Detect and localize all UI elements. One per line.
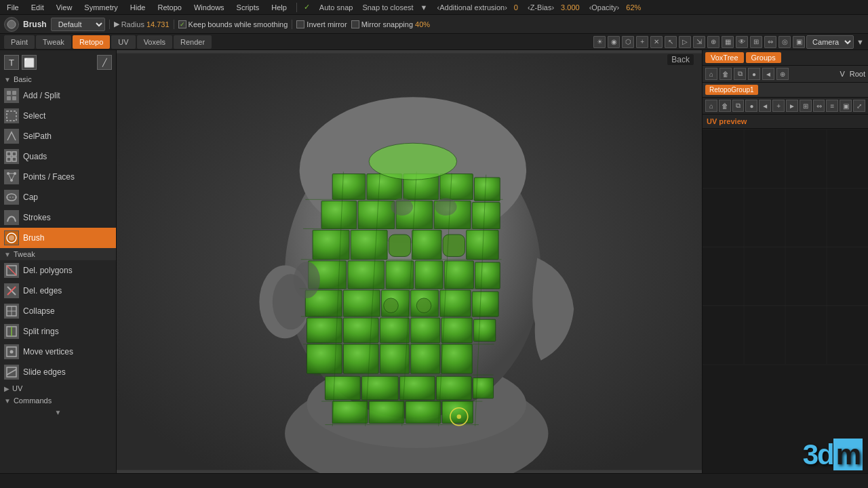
- menu-help[interactable]: Help: [269, 3, 290, 12]
- tool-del-polygons[interactable]: Del. polygons: [0, 260, 116, 281]
- menu-retopo[interactable]: Retopo: [155, 3, 184, 12]
- collapse-label: Collapse: [23, 306, 55, 316]
- menu-edit[interactable]: Edit: [28, 3, 47, 12]
- expand-icon[interactable]: ⇔: [764, 36, 776, 48]
- nav-copy-icon[interactable]: ⧉: [734, 68, 746, 80]
- play-icon[interactable]: ▷: [679, 36, 691, 48]
- tool-slide-edges[interactable]: Slide edges: [0, 362, 116, 382]
- grid2-icon[interactable]: ⊞: [750, 36, 762, 48]
- rt-expand2-icon[interactable]: ⤢: [853, 100, 865, 112]
- svg-rect-46: [358, 201, 395, 228]
- tabs-row: Paint Tweak Retopo UV Voxels Render ☀ ◉ …: [0, 34, 868, 50]
- zoom-icon[interactable]: ⊕: [707, 36, 719, 48]
- tool-add-split[interactable]: Add / Split: [0, 85, 116, 106]
- rt-copy-icon[interactable]: ⧉: [732, 100, 745, 112]
- tab-voxels[interactable]: Voxels: [137, 35, 172, 49]
- light-icon[interactable]: ☀: [593, 36, 606, 48]
- tab-paint[interactable]: Paint: [4, 35, 35, 49]
- voxtree-button[interactable]: VoxTree: [705, 52, 744, 63]
- nav-dot-icon[interactable]: ●: [748, 68, 760, 80]
- autosnap-label[interactable]: Auto snap: [319, 3, 353, 12]
- tab-tweak[interactable]: Tweak: [36, 35, 71, 49]
- menu-view[interactable]: View: [54, 3, 75, 12]
- svg-point-19: [9, 235, 14, 241]
- rt-right-icon[interactable]: ►: [786, 100, 798, 112]
- rt-add-icon[interactable]: +: [772, 100, 785, 112]
- left-panel: T ⬜ ╱ ▼ Basic Add / Split Select: [0, 50, 117, 473]
- menu-file[interactable]: File: [4, 3, 22, 12]
- commands-expand[interactable]: ▼: [0, 407, 116, 418]
- svg-rect-1: [7, 91, 11, 95]
- groups-button[interactable]: Groups: [746, 52, 781, 63]
- cursor-icon[interactable]: ↖: [665, 36, 677, 48]
- tool-cap[interactable]: Cap: [0, 187, 116, 207]
- invert-mirror-check[interactable]: Invert mirror: [296, 20, 347, 28]
- tab-uv[interactable]: UV: [111, 35, 135, 49]
- rt-left-icon[interactable]: ◄: [759, 100, 771, 112]
- svg-rect-82: [442, 401, 473, 423]
- selpath-icon: [4, 129, 19, 144]
- svg-rect-4: [12, 96, 16, 100]
- rt-grid-icon[interactable]: ⊞: [800, 100, 812, 112]
- nav-merge-icon[interactable]: ⊕: [776, 68, 789, 80]
- tweak-section-header[interactable]: ▼ Tweak: [0, 248, 116, 260]
- box-icon[interactable]: ▣: [793, 36, 805, 48]
- tab-render[interactable]: Render: [174, 35, 212, 49]
- nav-home-icon[interactable]: ⌂: [705, 68, 717, 80]
- uv-section-header[interactable]: ▶ UV: [0, 382, 116, 394]
- svg-rect-83: [343, 344, 378, 373]
- camera-dropdown[interactable]: Camera: [806, 35, 854, 49]
- tool-points-faces[interactable]: Points / Faces: [0, 167, 116, 187]
- nav-trash-icon[interactable]: 🗑: [719, 68, 732, 80]
- tool-selpath[interactable]: SelPath: [0, 126, 116, 146]
- rt-list-icon[interactable]: ≡: [826, 100, 838, 112]
- menu-symmetry[interactable]: Symmetry: [81, 3, 121, 12]
- text-tool-icon[interactable]: T: [4, 55, 19, 70]
- basic-section-header[interactable]: ▼ Basic: [0, 73, 116, 85]
- tool-strokes[interactable]: Strokes: [0, 207, 116, 228]
- brush-size-icon[interactable]: ╱: [97, 55, 112, 70]
- keep-bounds-checkbox-icon[interactable]: ✓: [178, 20, 186, 28]
- radius-value[interactable]: 14.731: [146, 20, 170, 28]
- keep-bounds-check[interactable]: ✓ Keep bounds while smoothing: [178, 20, 288, 28]
- rt-home-icon[interactable]: ⌂: [705, 100, 717, 112]
- rt-del-icon[interactable]: 🗑: [719, 100, 731, 112]
- svg-rect-60: [444, 261, 473, 289]
- sphere-icon[interactable]: ◎: [778, 36, 791, 48]
- invert-mirror-checkbox-icon[interactable]: [296, 20, 304, 28]
- transform-icon[interactable]: ⇲: [693, 36, 705, 48]
- cross-icon[interactable]: ✕: [650, 36, 663, 48]
- tool-del-edges[interactable]: Del. edges: [0, 281, 116, 301]
- wire-icon[interactable]: ⬡: [622, 36, 634, 48]
- svg-point-16: [7, 194, 16, 201]
- snap-label[interactable]: Snap to closest: [362, 3, 413, 12]
- frame-tool-icon[interactable]: ⬜: [22, 55, 37, 70]
- tool-quads[interactable]: Quads: [0, 146, 116, 167]
- nav-arrow-icon[interactable]: ◄: [762, 68, 774, 80]
- preset-dropdown[interactable]: Default: [51, 18, 105, 31]
- tool-collapse[interactable]: Collapse: [0, 301, 116, 321]
- invert-mirror-label: Invert mirror: [307, 20, 347, 28]
- menu-hide[interactable]: Hide: [127, 3, 149, 12]
- material-icon[interactable]: ◉: [608, 36, 620, 48]
- rt-grid2-icon[interactable]: ▣: [840, 100, 852, 112]
- menu-scripts[interactable]: Scripts: [234, 3, 262, 12]
- rt-paint-icon[interactable]: ●: [745, 100, 757, 112]
- mirror-snapping-checkbox-icon[interactable]: [351, 20, 359, 28]
- menu-windows[interactable]: Windows: [191, 3, 227, 12]
- eye-icon[interactable]: 👁: [736, 36, 748, 48]
- rt-expand1-icon[interactable]: ⇔: [813, 100, 825, 112]
- tweak-arrow-icon: ▼: [4, 251, 11, 258]
- grid1-icon[interactable]: ▦: [722, 36, 734, 48]
- mirror-snapping-value[interactable]: 40%: [415, 20, 430, 28]
- tool-split-rings[interactable]: Split rings: [0, 321, 116, 342]
- add-icon[interactable]: +: [636, 36, 648, 48]
- svg-point-0: [7, 20, 16, 28]
- viewport[interactable]: Back: [117, 50, 702, 473]
- retopo-group-button[interactable]: RetopoGroup1: [705, 85, 758, 95]
- tab-retopo[interactable]: Retopo: [73, 35, 110, 49]
- tool-move-vertices[interactable]: Move vertices: [0, 342, 116, 362]
- tool-brush[interactable]: Brush: [0, 228, 116, 248]
- commands-section-header[interactable]: ▼ Commands: [0, 394, 116, 407]
- tool-select[interactable]: Select: [0, 106, 116, 126]
